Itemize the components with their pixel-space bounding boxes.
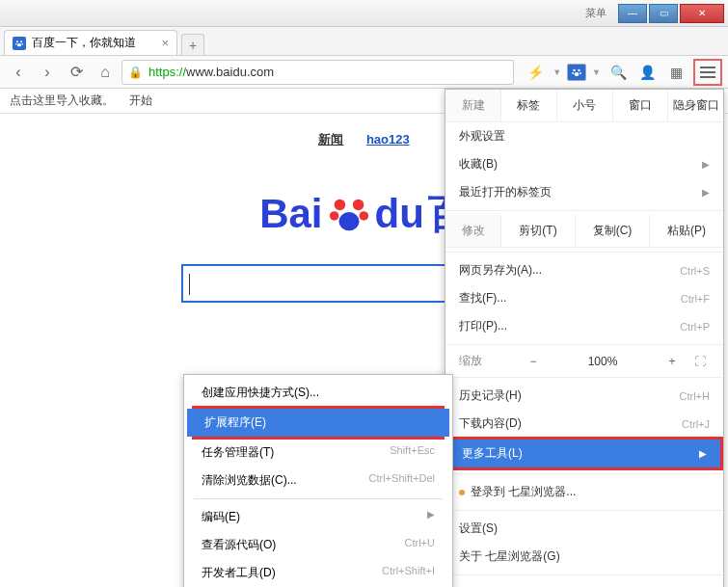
menu-downloads[interactable]: 下载内容(D)Ctrl+J: [445, 410, 723, 438]
menu-print[interactable]: 打印(P)...Ctrl+P: [445, 312, 723, 340]
svg-point-8: [580, 72, 581, 74]
svg-point-12: [329, 211, 338, 221]
lock-icon: 🔒: [128, 66, 143, 79]
menu-new-label: 新建: [445, 90, 501, 122]
svg-point-1: [20, 40, 22, 42]
grid-icon[interactable]: ▦: [664, 61, 688, 84]
logo-text-du: du: [375, 191, 424, 237]
dropdown-icon[interactable]: ▼: [592, 67, 601, 77]
titlebar-menu[interactable]: 菜单: [585, 6, 607, 20]
menu-cut[interactable]: 剪切(T): [501, 215, 576, 248]
menu-zoom: 缩放 − 100% + ⛶: [445, 349, 723, 373]
svg-point-14: [338, 212, 359, 230]
svg-point-3: [22, 43, 24, 45]
logo-text-bai: Bai: [259, 191, 322, 237]
flash-icon[interactable]: ⚡: [524, 61, 547, 84]
maximize-button[interactable]: ▭: [649, 4, 678, 23]
main-menu: 新建 标签 小号 窗口 隐身窗口 外观设置 收藏(B)▶ 最近打开的标签页▶ 修…: [445, 89, 724, 587]
submenu-clear-data[interactable]: 清除浏览数据(C)...Ctrl+Shift+Del: [184, 467, 452, 494]
bookmark-start[interactable]: 开始: [129, 93, 152, 109]
zoom-in-button[interactable]: +: [663, 355, 681, 368]
submenu-view-source[interactable]: 查看源代码(O)Ctrl+U: [184, 531, 452, 559]
svg-point-9: [575, 72, 580, 76]
submenu-dev-tools[interactable]: 开发者工具(D)Ctrl+Shift+I: [184, 559, 452, 587]
chevron-right-icon: ▶: [699, 448, 707, 459]
more-tools-submenu: 创建应用快捷方式(S)... 扩展程序(E) 任务管理器(T)Shift+Esc…: [183, 374, 453, 587]
forward-button[interactable]: ›: [35, 60, 60, 85]
zoom-value: 100%: [552, 355, 654, 368]
browser-tab[interactable]: 百度一下，你就知道 ×: [4, 30, 177, 55]
reload-button[interactable]: ⟳: [64, 60, 89, 85]
menu-copy[interactable]: 复制(C): [576, 215, 650, 248]
new-tab-button[interactable]: +: [181, 34, 204, 55]
svg-point-13: [359, 211, 368, 221]
menu-edit-label: 修改: [445, 215, 501, 248]
menu-new-window[interactable]: 窗口: [613, 90, 669, 122]
paw-icon: [13, 37, 26, 50]
address-bar: ‹ › ⟳ ⌂ 🔒 https://www.baidu.com ⚡ ▼ ▼ 🔍 …: [0, 56, 728, 89]
back-button[interactable]: ‹: [6, 60, 31, 85]
baidu-logo: Bai du 百: [259, 187, 469, 241]
svg-point-2: [15, 43, 17, 45]
close-button[interactable]: ✕: [680, 4, 724, 23]
svg-point-11: [352, 200, 364, 211]
menu-help[interactable]: 帮助(E)▶: [445, 579, 723, 587]
svg-point-4: [17, 43, 21, 46]
menu-new-small[interactable]: 小号: [557, 90, 613, 122]
zoom-out-button[interactable]: −: [525, 355, 542, 368]
menu-find[interactable]: 查找(F)...Ctrl+F: [445, 284, 723, 312]
menu-save-as[interactable]: 网页另存为(A)...Ctrl+S: [445, 256, 723, 284]
chevron-right-icon: ▶: [702, 159, 710, 170]
svg-point-5: [573, 68, 576, 71]
chevron-right-icon: ▶: [427, 509, 435, 525]
menu-new-incognito[interactable]: 隐身窗口: [668, 90, 723, 122]
nav-news[interactable]: 新闻: [318, 132, 343, 147]
menu-paste[interactable]: 粘贴(P): [650, 215, 723, 248]
main-menu-button[interactable]: [693, 59, 722, 86]
tab-bar: 百度一下，你就知道 × +: [0, 27, 728, 56]
chevron-right-icon: ▶: [702, 187, 710, 198]
submenu-create-shortcut[interactable]: 创建应用快捷方式(S)...: [184, 379, 452, 407]
submenu-extensions[interactable]: 扩展程序(E): [187, 409, 449, 437]
menu-more-tools[interactable]: 更多工具(L)▶: [448, 440, 720, 467]
user-icon[interactable]: 👤: [635, 61, 659, 84]
menu-login[interactable]: 登录到 七星浏览器...: [445, 478, 723, 506]
svg-point-0: [16, 40, 18, 42]
url-protocol: https://: [148, 65, 186, 79]
paw-icon: [327, 192, 371, 236]
search-icon[interactable]: 🔍: [607, 61, 630, 84]
nav-hao123[interactable]: hao123: [366, 132, 410, 147]
search-engine-icon[interactable]: [567, 64, 586, 81]
submenu-task-manager[interactable]: 任务管理器(T)Shift+Esc: [184, 439, 452, 467]
svg-point-7: [572, 72, 574, 74]
menu-new-tab[interactable]: 标签: [501, 90, 557, 122]
minimize-button[interactable]: —: [618, 4, 647, 23]
status-dot-icon: [459, 490, 465, 495]
submenu-encoding[interactable]: 编码(E)▶: [184, 503, 452, 531]
menu-about[interactable]: 关于 七星浏览器(G): [445, 543, 723, 571]
svg-point-10: [334, 200, 345, 211]
menu-history[interactable]: 历史记录(H)Ctrl+H: [445, 382, 723, 410]
menu-recent-tabs[interactable]: 最近打开的标签页▶: [445, 178, 723, 206]
url-host: www.baidu.com: [186, 65, 274, 79]
svg-point-6: [578, 68, 580, 71]
home-button[interactable]: ⌂: [93, 60, 118, 85]
close-tab-icon[interactable]: ×: [161, 36, 169, 50]
window-titlebar: 菜单 — ▭ ✕: [0, 0, 728, 27]
tab-title: 百度一下，你就知道: [32, 35, 136, 51]
dropdown-icon[interactable]: ▼: [553, 67, 561, 77]
menu-favorites[interactable]: 收藏(B)▶: [445, 150, 723, 178]
menu-appearance[interactable]: 外观设置: [445, 122, 723, 150]
bookmark-hint[interactable]: 点击这里导入收藏。: [10, 93, 114, 109]
text-cursor: [189, 274, 190, 295]
menu-settings[interactable]: 设置(S): [445, 515, 723, 543]
fullscreen-button[interactable]: ⛶: [690, 355, 710, 368]
url-input[interactable]: 🔒 https://www.baidu.com: [121, 60, 514, 85]
